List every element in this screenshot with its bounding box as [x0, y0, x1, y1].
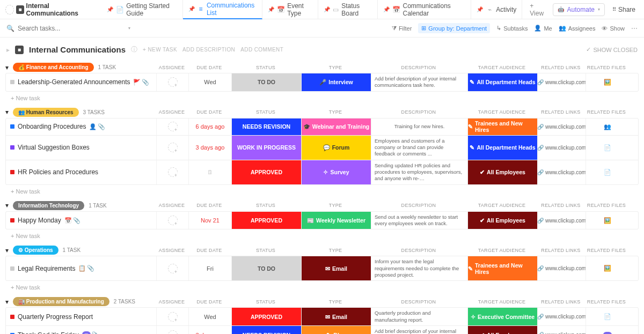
new-task-button[interactable]: + NEW TASK: [143, 47, 177, 53]
table-row[interactable]: Virtual Suggestion Boxes 3 days ago WORK…: [6, 136, 638, 160]
show-button[interactable]: 👁Show: [602, 25, 625, 32]
new-task-button[interactable]: + New task: [5, 281, 639, 294]
workspace-title[interactable]: Internal Communications: [26, 2, 96, 17]
table-row[interactable]: HR Policies and Procedures 🗓 APPROVED ✧ …: [6, 160, 638, 184]
due-date[interactable]: 6 days ago: [188, 118, 231, 135]
status-pill[interactable]: NEEDS REVISION: [232, 118, 301, 135]
file-icon[interactable]: 📄: [604, 313, 611, 320]
related-link[interactable]: 🔗www.clickup.com: [537, 73, 586, 91]
calendar-icon[interactable]: 🗓: [207, 169, 213, 175]
task-name[interactable]: HR Policies and Procedures: [18, 168, 98, 176]
due-date[interactable]: Fri: [188, 256, 231, 280]
table-row[interactable]: Thank God it's Friday ▭📎 3 days ago NEED…: [6, 326, 638, 334]
task-name[interactable]: Legal Requirements: [18, 265, 75, 272]
audience-pill[interactable]: ✎ Trainees and New Hires: [468, 256, 537, 280]
add-description-button[interactable]: ADD DESCRIPTION: [182, 47, 235, 53]
more-icon[interactable]: ⋯: [631, 25, 638, 32]
file-icon[interactable]: 🖼️: [604, 79, 611, 86]
collapse-group-icon[interactable]: ▾: [5, 202, 9, 209]
assignee-avatar[interactable]: [168, 122, 178, 131]
type-pill[interactable]: 🎓 Webinar and Training: [302, 118, 371, 135]
status-pill[interactable]: NEEDS REVISION: [232, 326, 301, 334]
assignee-avatar[interactable]: [168, 143, 178, 152]
type-pill[interactable]: ✉ Email: [302, 308, 371, 325]
group-pill[interactable]: ⚙ Operations: [13, 246, 58, 255]
status-pill[interactable]: APPROVED: [232, 160, 301, 184]
type-pill[interactable]: 💬 Forum: [302, 136, 371, 160]
add-view-button[interactable]: + View: [524, 0, 552, 19]
status-square[interactable]: [10, 315, 14, 319]
audience-pill[interactable]: ✧ Executive Committee: [468, 308, 537, 325]
collapse-group-icon[interactable]: ▾: [5, 64, 9, 71]
audience-pill[interactable]: ✔ All Employees: [468, 160, 537, 184]
new-task-button[interactable]: + New task: [5, 185, 639, 198]
status-square[interactable]: [10, 145, 14, 150]
related-link[interactable]: 🔗www.clickup.com: [537, 308, 586, 325]
table-row[interactable]: Leadership-Generated Announcements 🚩📎 We…: [6, 73, 638, 91]
add-comment-button[interactable]: ADD COMMENT: [240, 47, 283, 53]
task-name[interactable]: Leadership-Generated Announcements: [18, 78, 130, 86]
audience-pill[interactable]: ✎ All Department Heads: [468, 73, 537, 91]
assignee-avatar[interactable]: [168, 312, 178, 322]
assignee-avatar[interactable]: [168, 216, 178, 225]
table-row[interactable]: Quarterly Progress Report Wed APPROVED ✉…: [6, 308, 638, 326]
file-chip[interactable]: ▭: [603, 332, 612, 334]
related-link[interactable]: 🔗www.clickup.com: [537, 326, 586, 334]
assignee-avatar[interactable]: [168, 77, 178, 87]
due-date[interactable]: 3 days ago: [188, 136, 231, 160]
type-pill[interactable]: 🎤 Interview: [302, 73, 371, 91]
group-pill[interactable]: 👥 Human Resources: [13, 108, 79, 117]
new-task-button[interactable]: + New task: [5, 229, 639, 242]
task-name[interactable]: Happy Monday: [18, 217, 61, 224]
file-icon[interactable]: 📄: [604, 144, 611, 151]
status-pill[interactable]: TO DO: [232, 256, 301, 280]
me-button[interactable]: 👤Me: [534, 25, 552, 32]
table-row[interactable]: Onboarding Procedures 👤📎 6 days ago NEED…: [6, 118, 638, 136]
table-row[interactable]: Happy Monday 📅📎 Nov 21 APPROVED 📰 Weekly…: [6, 212, 638, 229]
view-tab[interactable]: 📌⌁Activity: [471, 0, 522, 19]
due-date[interactable]: 3 days ago: [188, 326, 231, 334]
audience-pill[interactable]: ✎ Trainees and New Hires: [468, 118, 537, 135]
search-box[interactable]: 🔍 ▾: [6, 25, 385, 32]
status-square[interactable]: [10, 124, 14, 129]
related-link[interactable]: 🔗www.clickup.com: [537, 160, 586, 184]
search-input[interactable]: [18, 25, 125, 32]
audience-pill[interactable]: ✎ All Department Heads: [468, 136, 537, 160]
assignee-avatar[interactable]: [168, 330, 178, 335]
file-icon[interactable]: 🖼️: [604, 217, 611, 224]
filter-button[interactable]: ⧩Filter: [392, 25, 412, 32]
status-pill[interactable]: WORK IN PROGRESS: [232, 136, 301, 160]
status-square[interactable]: [10, 266, 14, 271]
view-tab[interactable]: 📌📄Getting Started Guide: [101, 0, 183, 19]
status-pill[interactable]: APPROVED: [232, 308, 301, 325]
due-date[interactable]: Wed: [188, 308, 231, 325]
due-date[interactable]: 🗓: [188, 160, 231, 184]
task-name[interactable]: Quarterly Progress Report: [18, 313, 93, 321]
due-date[interactable]: Wed: [188, 73, 231, 91]
subtasks-button[interactable]: ↳Subtasks: [496, 25, 528, 32]
view-tab[interactable]: 📌▭Status Board: [318, 0, 378, 19]
collapse-group-icon[interactable]: ▾: [5, 298, 9, 306]
table-row[interactable]: Legal Requirements 📋📎 Fri TO DO ✉ Email …: [6, 256, 638, 280]
file-icon[interactable]: 👥: [604, 123, 611, 130]
type-pill[interactable]: ✉ Email: [302, 256, 371, 280]
status-square[interactable]: [10, 80, 14, 84]
due-date[interactable]: Nov 21: [188, 212, 231, 229]
view-tab[interactable]: 📌📅Event Type: [262, 0, 318, 19]
related-link[interactable]: 🔗www.clickup.com: [537, 256, 586, 280]
file-icon[interactable]: 📄: [604, 169, 611, 176]
collapse-group-icon[interactable]: ▾: [5, 108, 9, 116]
related-link[interactable]: 🔗www.clickup.com: [537, 212, 586, 229]
share-button[interactable]: ⠿ Share: [609, 4, 639, 16]
automate-button[interactable]: 🤖 Automate ▾: [553, 3, 605, 16]
type-pill[interactable]: 📰 Weekly Newsletter: [302, 212, 371, 229]
file-icon[interactable]: 🖼️: [604, 265, 611, 272]
task-name[interactable]: Thank God it's Friday: [18, 331, 79, 335]
task-name[interactable]: Virtual Suggestion Boxes: [18, 144, 90, 151]
assignees-button[interactable]: 👥Assignees: [559, 25, 596, 32]
collapse-icon[interactable]: ▸: [6, 46, 10, 54]
audience-pill[interactable]: ✔ All Employees: [468, 212, 537, 229]
type-pill[interactable]: ✎ Blog: [302, 326, 371, 334]
audience-pill[interactable]: ✔ All Employees: [468, 326, 537, 334]
group-by-button[interactable]: ⊞Group by: Department: [418, 23, 490, 33]
